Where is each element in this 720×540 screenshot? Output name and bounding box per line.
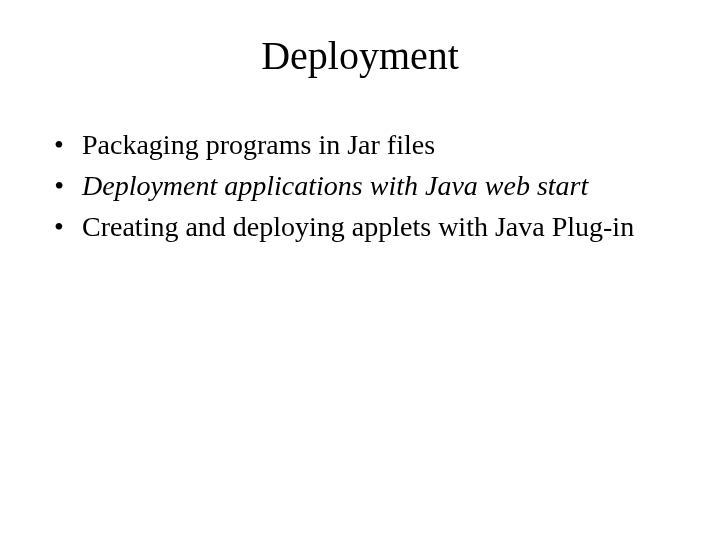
slide-body: Packaging programs in Jar files Deployme… (0, 79, 720, 244)
slide: Deployment Packaging programs in Jar fil… (0, 0, 720, 540)
list-item: Deployment applications with Java web st… (54, 168, 680, 203)
list-item: Creating and deploying applets with Java… (54, 209, 680, 244)
bullet-text: Packaging programs in Jar files (82, 129, 435, 160)
slide-title: Deployment (0, 0, 720, 79)
bullet-text: Creating and deploying applets with Java… (82, 211, 634, 242)
list-item: Packaging programs in Jar files (54, 127, 680, 162)
bullet-list: Packaging programs in Jar files Deployme… (54, 127, 680, 244)
bullet-text: Deployment applications with Java web st… (82, 170, 588, 201)
